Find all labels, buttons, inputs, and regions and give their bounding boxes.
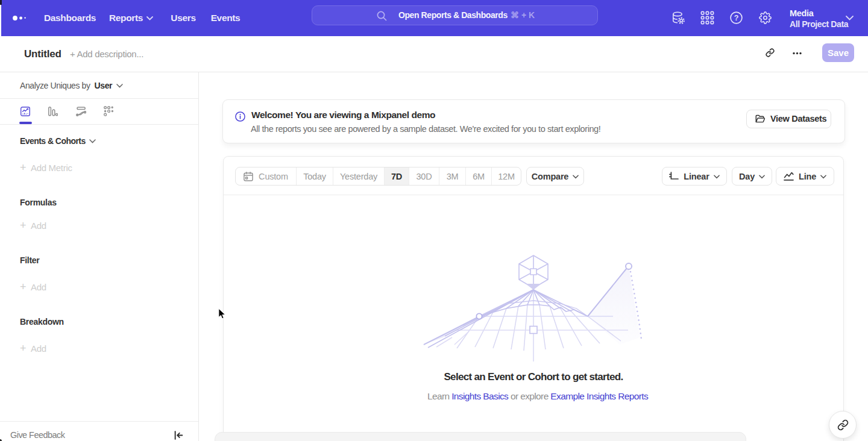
svg-text:?: ? <box>734 14 739 22</box>
